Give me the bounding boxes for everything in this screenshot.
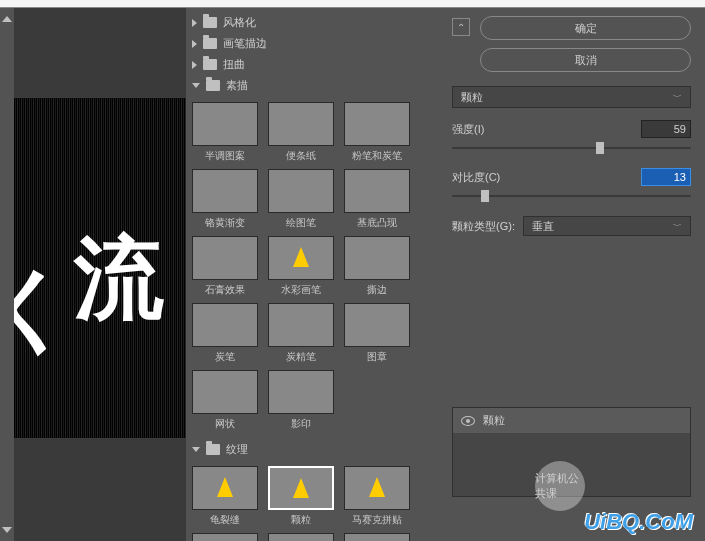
filter-name-label: 颗粒 [461,90,483,105]
thumb-image [344,466,410,510]
thumb-label: 粉笔和炭笔 [352,149,402,163]
grain-type-row: 颗粒类型(G): 垂直 ﹀ [452,216,691,236]
thumb-image [344,102,410,146]
controls-panel: 确定 取消 颗粒 ﹀ 强度(I) 对比度(C) [446,8,705,541]
filter-thumb[interactable]: 撕边 [344,236,410,297]
folder-icon [206,80,220,91]
slider-handle[interactable] [481,190,489,202]
filter-gallery: 风格化 画笔描边 扭曲 素描 半调图案便条纸粉笔和炭笔铬黄渐变绘图笔基底凸现石膏… [186,8,432,541]
thumb-label: 图章 [367,350,387,364]
intensity-param: 强度(I) [452,120,691,154]
filter-thumb[interactable] [192,533,258,541]
category-label: 纹理 [226,442,248,457]
ok-label: 确定 [575,21,597,36]
thumb-image [344,533,410,541]
preview-scrollbar[interactable] [0,8,14,541]
cancel-button[interactable]: 取消 [480,48,691,72]
filter-thumb[interactable]: 炭精笔 [268,303,334,364]
gallery-scrollbar[interactable] [432,8,446,541]
thumb-label: 影印 [291,417,311,431]
category-label: 画笔描边 [223,36,267,51]
preview-image[interactable]: く 流 [14,98,186,438]
collapse-toggle[interactable] [452,18,470,36]
thumb-image [268,102,334,146]
window-titlebar [0,0,705,8]
scroll-up-icon[interactable] [2,16,12,22]
filter-thumb[interactable] [344,533,410,541]
thumb-image [268,303,334,347]
thumb-label: 炭精笔 [286,350,316,364]
filter-thumb[interactable]: 便条纸 [268,102,334,163]
chevron-down-icon: ﹀ [673,91,682,104]
category-stylize[interactable]: 风格化 [188,12,430,33]
filter-thumb[interactable]: 网状 [192,370,258,431]
slider-handle[interactable] [596,142,604,154]
filter-thumb[interactable]: 马赛克拼贴 [344,466,410,527]
effect-layer-row[interactable]: 颗粒 [453,408,690,433]
texture-grid: 龟裂缝颗粒马赛克拼贴 [188,460,430,541]
ok-button[interactable]: 确定 [480,16,691,40]
scroll-down-icon[interactable] [2,527,12,533]
filter-thumb[interactable]: 基底凸现 [344,169,410,230]
thumb-image [192,236,258,280]
thumb-image [192,303,258,347]
thumb-image [344,236,410,280]
arrow-right-icon [192,61,197,69]
chevron-down-icon: ﹀ [673,220,682,233]
filter-thumb[interactable] [268,533,334,541]
thumb-label: 半调图案 [205,149,245,163]
filter-thumb[interactable]: 图章 [344,303,410,364]
visibility-eye-icon[interactable] [461,416,475,426]
grain-type-select[interactable]: 垂直 ﹀ [523,216,691,236]
filter-thumb[interactable]: 龟裂缝 [192,466,258,527]
thumb-image [268,466,334,510]
contrast-input[interactable] [641,168,691,186]
filter-thumb[interactable]: 炭笔 [192,303,258,364]
category-label: 扭曲 [223,57,245,72]
thumb-image [268,169,334,213]
thumb-label: 撕边 [367,283,387,297]
contrast-slider[interactable] [452,190,691,202]
thumb-image [268,236,334,280]
thumb-label: 网状 [215,417,235,431]
filter-thumb[interactable]: 石膏效果 [192,236,258,297]
thumb-image [344,169,410,213]
filter-name-select[interactable]: 颗粒 ﹀ [452,86,691,108]
folder-icon [206,444,220,455]
thumb-image [192,102,258,146]
watermark-text: UiBQ.CoM [584,509,693,535]
filter-thumb[interactable]: 水彩画笔 [268,236,334,297]
folder-icon [203,17,217,28]
sketch-grid: 半调图案便条纸粉笔和炭笔铬黄渐变绘图笔基底凸现石膏效果水彩画笔撕边炭笔炭精笔图章… [188,96,430,439]
thumb-image [192,169,258,213]
filter-thumb[interactable]: 绘图笔 [268,169,334,230]
filter-thumb[interactable]: 半调图案 [192,102,258,163]
arrow-down-icon [192,83,200,88]
intensity-input[interactable] [641,120,691,138]
category-brush-strokes[interactable]: 画笔描边 [188,33,430,54]
category-sketch[interactable]: 素描 [188,75,430,96]
category-texture[interactable]: 纹理 [188,439,430,460]
thumb-image [192,370,258,414]
category-label: 素描 [226,78,248,93]
watermark-badge: 计算机公共课 [535,461,585,511]
thumb-image [268,533,334,541]
filter-thumb[interactable]: 铬黄渐变 [192,169,258,230]
folder-icon [203,38,217,49]
filter-thumb[interactable]: 影印 [268,370,334,431]
thumb-label: 石膏效果 [205,283,245,297]
filter-thumb[interactable]: 颗粒 [268,466,334,527]
intensity-slider[interactable] [452,142,691,154]
arrow-down-icon [192,447,200,452]
thumb-label: 便条纸 [286,149,316,163]
thumb-label: 龟裂缝 [210,513,240,527]
thumb-image [268,370,334,414]
intensity-label: 强度(I) [452,122,484,137]
category-distort[interactable]: 扭曲 [188,54,430,75]
thumb-label: 基底凸现 [357,216,397,230]
filter-thumb[interactable]: 粉笔和炭笔 [344,102,410,163]
thumb-label: 铬黄渐变 [205,216,245,230]
grain-type-value: 垂直 [532,219,554,234]
arrow-right-icon [192,19,197,27]
thumb-image [192,533,258,541]
